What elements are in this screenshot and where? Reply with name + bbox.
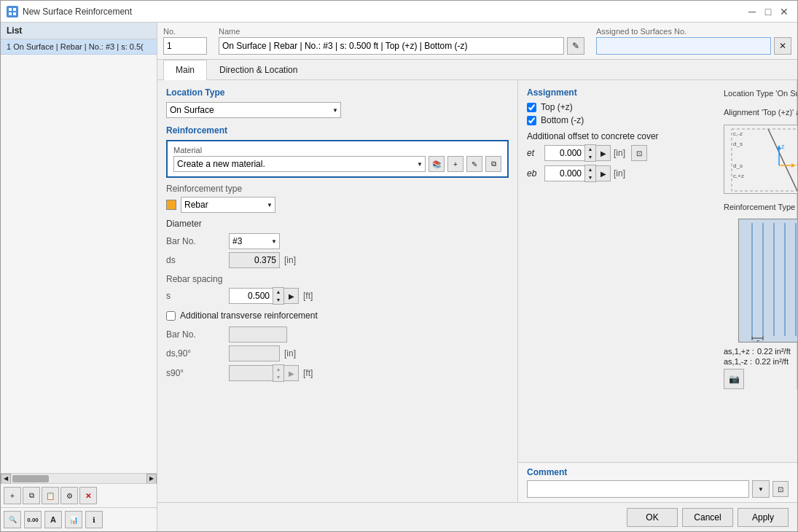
transverse-ds-wrapper [229,345,280,361]
no-label: No. [163,27,207,36]
diameter-label: Diameter [166,219,509,229]
scroll-right-arrow[interactable]: ▶ [146,474,157,484]
svg-text:c,-z: c,-z [733,130,743,137]
camera-button[interactable]: 📷 [724,369,744,389]
scroll-thumb[interactable] [12,475,49,482]
close-button[interactable]: ✕ [777,4,791,19]
content-area: No. Name ✎ Assigned to Surfaces No. ✕ [157,23,797,531]
eb-row: eb ▲ ▼ ▶ [in] [527,165,709,182]
material-select[interactable]: Create a new material. [173,156,426,172]
add-button[interactable]: + [4,487,21,504]
scroll-left-arrow[interactable]: ◀ [1,474,11,484]
eb-decrement[interactable]: ▼ [585,173,595,181]
cancel-button[interactable]: Cancel [682,508,733,527]
s-decrement[interactable]: ▼ [273,296,283,304]
location-type-select[interactable]: On Surface [166,102,341,118]
rebar-preview-title: Reinforcement Type 'Rebar' [724,201,797,214]
list-toolbar: + ⧉ 📋 ⚙ ✕ [1,483,157,507]
text-btn[interactable]: A [44,511,62,528]
et-info-button[interactable]: ⊡ [631,145,647,161]
top-checkbox[interactable] [527,103,536,112]
coord-button[interactable]: 0.00 [24,511,42,528]
comment-section: Comment ▼ ⊡ [518,462,797,502]
material-edit-button[interactable]: ✎ [466,156,482,172]
eb-spin-controls: ▲ ▼ [584,165,596,182]
ok-button[interactable]: OK [627,508,678,527]
material-library-button[interactable]: 📚 [429,156,445,172]
s-spin: ▲ ▼ ▶ [229,287,299,305]
barno-select-wrapper: #3 ▼ [229,233,280,249]
name-label: Name [219,27,584,36]
svg-line-5 [768,129,797,191]
window-title: New Surface Reinforcement [23,7,740,17]
svg-marker-25 [791,163,796,168]
name-input[interactable] [219,37,564,55]
assigned-input[interactable] [596,37,771,55]
tab-content: Location Type On Surface ▼ Reinforcement [157,80,797,502]
material-add-button[interactable]: + [447,156,463,172]
zoom-button[interactable]: 🔍 [4,511,21,528]
tab-direction-location[interactable]: Direction & Location [207,60,310,79]
transverse-checkbox[interactable] [166,311,176,321]
transverse-ds-label: ds,90° [166,348,224,359]
no-input[interactable] [163,37,207,55]
maximize-button[interactable]: □ [761,4,775,19]
et-increment[interactable]: ▲ [585,145,595,153]
comment-action-button[interactable]: ⊡ [772,481,789,497]
spacing-row: s ▲ ▼ ▶ [ft] [166,287,509,305]
material-select-wrapper: Create a new material. ▼ [173,156,426,172]
surface-diagram: z y c,-z d_s d_s [724,125,797,194]
main-area: List 1 On Surface | Rebar | No.: #3 | s:… [1,23,797,531]
delete-button[interactable]: ✕ [79,487,97,504]
eb-increment[interactable]: ▲ [585,165,595,173]
svg-text:z: z [781,143,785,150]
eb-arrow[interactable]: ▶ [596,165,611,181]
s-increment[interactable]: ▲ [273,288,283,296]
barno-select[interactable]: #3 [229,233,280,249]
rebar-type-label: Reinforcement type [166,184,242,194]
result1-row: as,1,+z : 0.22 in²/ft [724,347,797,356]
assignment-title: Assignment [527,87,709,98]
no-group: No. [163,27,207,55]
transverse-ds-row: ds,90° [in] [166,345,509,361]
s-input[interactable] [229,288,273,304]
preview-col-inner: Location Type 'On Surface' Alignment 'To… [724,87,797,389]
material-copy-button[interactable]: ⧉ [485,156,501,172]
edit-name-button[interactable]: ✎ [567,37,584,55]
info-btn[interactable]: ℹ [85,511,103,528]
copy-button[interactable]: ⧉ [23,487,40,504]
svg-rect-1 [13,8,16,11]
comment-dropdown[interactable]: ▼ [752,480,770,498]
transverse-label: Additional transverse reinforcement [180,310,318,321]
apply-button[interactable]: Apply [738,508,789,527]
rebar-type-select[interactable]: Rebar [181,197,275,213]
svg-text:⌐s⌐: ⌐s⌐ [753,338,764,343]
horizontal-scrollbar[interactable]: ◀ ▶ [1,473,157,483]
eb-input[interactable] [544,165,584,181]
list-item[interactable]: 1 On Surface | Rebar | No.: #3 | s: 0.5( [1,39,157,55]
bottom-checkbox[interactable] [527,116,536,125]
comment-input[interactable] [527,480,749,498]
et-decrement[interactable]: ▼ [585,153,595,161]
reinforcement-title: Reinforcement [166,125,509,136]
tab-main[interactable]: Main [163,60,207,80]
rebar-type-select-wrapper: Rebar ▼ [181,197,275,213]
et-arrow[interactable]: ▶ [596,145,611,161]
et-spin-controls: ▲ ▼ [584,144,596,162]
transverse-barno-input [229,326,287,343]
minimize-button[interactable]: ─ [745,4,759,19]
barno-row: Bar No. #3 ▼ [166,233,509,249]
main-window: New Surface Reinforcement ─ □ ✕ List 1 O… [0,0,798,532]
et-input[interactable] [544,145,584,161]
top-check-row: Top (+z) [527,102,709,112]
s-arrow-right[interactable]: ▶ [284,288,299,304]
assigned-clear-button[interactable]: ✕ [774,37,791,55]
et-label: et [527,148,541,158]
ds-label: ds [166,255,224,265]
chart-btn[interactable]: 📊 [65,511,82,528]
properties-button[interactable]: ⚙ [60,487,78,504]
result2-value: 0.22 in²/ft [755,357,789,366]
paste-button[interactable]: 📋 [42,487,59,504]
title-bar: New Surface Reinforcement ─ □ ✕ [1,1,797,23]
location-type-select-wrapper: On Surface ▼ [166,102,341,118]
